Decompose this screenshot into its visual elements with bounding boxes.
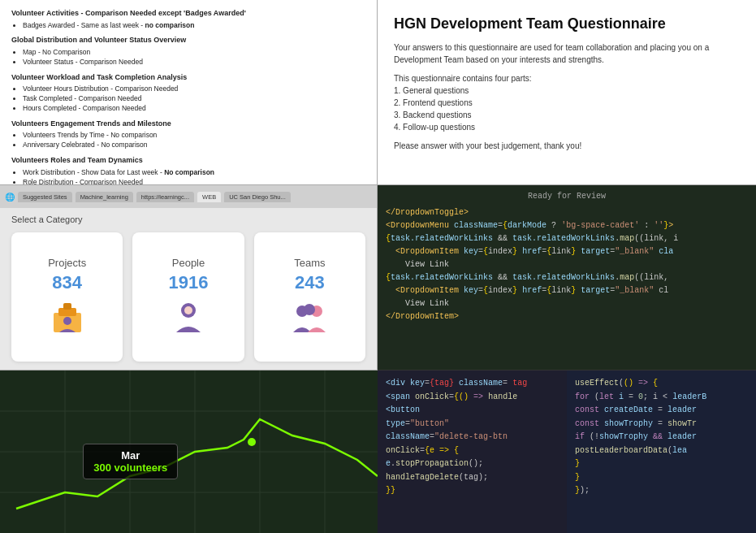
questionnaire-intro: Your answers to this questionnaire are u… [394, 41, 740, 66]
section-heading: Volunteer Workload and Task Completion A… [11, 72, 365, 84]
list-item: Task Completed - Comparison Needed [23, 94, 365, 104]
code-line: } [575, 471, 748, 485]
section-volunteer-activities: Volunteer Activities - Comparison Needed… [11, 8, 365, 30]
list-item: Volunteer Hours Distribution - Compariso… [23, 84, 365, 94]
code-line: for (let i = 0; i < leaderB [575, 391, 748, 405]
code-status: Ready for Review [386, 190, 748, 203]
list-item: Role Distribution - Comparison Needed [23, 178, 365, 185]
code-line: onClick={e => { [386, 444, 559, 458]
list-item: Volunteer Status - Comparison Needed [23, 58, 365, 67]
list-item: Hours Completed - Comparison Needed [23, 104, 365, 114]
code-line: } [575, 457, 748, 471]
code-line: handleTagDelete(tag); [386, 471, 559, 485]
questionnaire-title: HGN Development Team Questionnaire [394, 15, 740, 33]
card-projects[interactable]: Projects 834 [11, 232, 123, 362]
cards-container: Projects 834 People 1916 [0, 228, 377, 370]
code-line: type="button" [386, 418, 559, 431]
svg-point-17 [248, 438, 256, 446]
code-line: View Link [386, 297, 748, 310]
code-line: e.stopPropagation(); [386, 457, 559, 471]
code-line: <DropdownItem key={index} href={link} ta… [386, 245, 748, 258]
code-line: if (!showTrophy && leader [575, 431, 748, 444]
chart-tooltip: Mar 300 volunteers [83, 444, 178, 479]
code-line: </DropdownToggle> [386, 206, 748, 219]
browser-icon: 🌐 [5, 193, 15, 202]
card-people-icon [168, 297, 209, 337]
code-line: View Link [386, 258, 748, 271]
browser-tab-active[interactable]: WEB [197, 192, 221, 202]
list-item: Badges Awarded - Same as last week - no … [23, 21, 365, 31]
code-line: }} [386, 484, 559, 498]
list-item: Map - No Comparison [23, 48, 365, 58]
code-line: {task.relatedWorkLinks && task.relatedWo… [386, 271, 748, 284]
code-right: useEffect(() => { for (let i = 0; i < le… [567, 370, 756, 533]
list-item: Work Distribution - Show Data for Last w… [23, 168, 365, 178]
section-engagement: Volunteers Engagement Trends and Milesto… [11, 119, 365, 150]
tooltip-month: Mar [93, 449, 167, 462]
section-workload: Volunteer Workload and Task Completion A… [11, 72, 365, 114]
panel-mid-right: Ready for Review </DropdownToggle> <Drop… [378, 185, 756, 370]
card-projects-icon [47, 297, 88, 337]
tooltip-volunteers: 300 volunteers [93, 462, 167, 474]
section-global-distribution: Global Distribution and Volunteer Status… [11, 35, 365, 67]
questionnaire-closing: Please answer with your best judgement, … [394, 140, 740, 152]
code-line: useEffect(() => { [575, 377, 748, 391]
card-people-label: People [172, 257, 205, 269]
browser-tab[interactable]: https://learningc... [136, 192, 194, 202]
code-line: <DropdownItem key={index} href={link} ta… [386, 284, 748, 297]
svg-point-8 [304, 304, 315, 315]
card-projects-label: Projects [48, 257, 86, 269]
panel-top-right: HGN Development Team Questionnaire Your … [378, 0, 756, 185]
card-people-count: 1916 [169, 272, 209, 293]
code-line: </DropdownItem> [386, 310, 748, 323]
code-line: <div key={tag} className= tag [386, 377, 559, 391]
section-heading: Volunteers Engagement Trends and Milesto… [11, 119, 365, 130]
code-line: const createDate = leader [575, 404, 748, 418]
code-line: }); [575, 484, 748, 498]
browser-tab[interactable]: UC San Diego Shu... [224, 192, 291, 202]
panel-mid-left: 🌐 Suggested Sites Machine_learning https… [0, 185, 378, 370]
card-projects-count: 834 [52, 272, 82, 293]
browser-bar: 🌐 Suggested Sites Machine_learning https… [0, 185, 377, 208]
panel-top-left: Volunteer Activities - Comparison Needed… [0, 0, 378, 185]
panel-bot-left: Mar 300 volunteers [0, 370, 378, 533]
card-teams-count: 243 [295, 272, 325, 293]
code-line: postLeaderboardData(lea [575, 444, 748, 458]
section-roles: Volunteers Roles and Team Dynamics Work … [11, 155, 365, 185]
card-teams-icon [289, 297, 330, 337]
questionnaire-description: This questionnaire contains four parts: … [394, 72, 740, 133]
code-left: <div key={tag} className= tag <span onCl… [378, 370, 567, 533]
card-teams[interactable]: Teams 243 [254, 232, 365, 362]
browser-tab[interactable]: Suggested Sites [18, 192, 72, 202]
code-line: <DropdownMenu className={darkMode ? 'bg-… [386, 219, 748, 232]
card-teams-label: Teams [294, 257, 325, 269]
code-line: <button [386, 404, 559, 418]
bottom-row: Mar 300 volunteers <div key={tag} classN… [0, 370, 756, 533]
section-heading: Volunteers Roles and Team Dynamics [11, 155, 365, 167]
list-item: Anniversary Celebrated - No comparison [23, 141, 365, 150]
svg-rect-2 [63, 303, 71, 310]
panel-bot-right: <div key={tag} className= tag <span onCl… [378, 370, 756, 533]
browser-tab[interactable]: Machine_learning [76, 192, 133, 202]
list-item: Volunteers Trends by Time - No compariso… [23, 131, 365, 141]
category-header: Select a Category [0, 208, 377, 228]
svg-point-5 [184, 306, 192, 314]
chart-svg [0, 370, 378, 533]
card-people[interactable]: People 1916 [132, 232, 244, 362]
code-line: const showTrophy = showTr [575, 418, 748, 431]
svg-point-3 [63, 317, 71, 325]
section-heading: Global Distribution and Volunteer Status… [11, 35, 365, 46]
code-line: <span onClick={() => handle [386, 391, 559, 405]
code-line: className="delete-tag-btn [386, 431, 559, 444]
code-line: {task.relatedWorkLinks && task.relatedWo… [386, 232, 748, 245]
section-heading: Volunteer Activities - Comparison Needed… [11, 8, 365, 20]
